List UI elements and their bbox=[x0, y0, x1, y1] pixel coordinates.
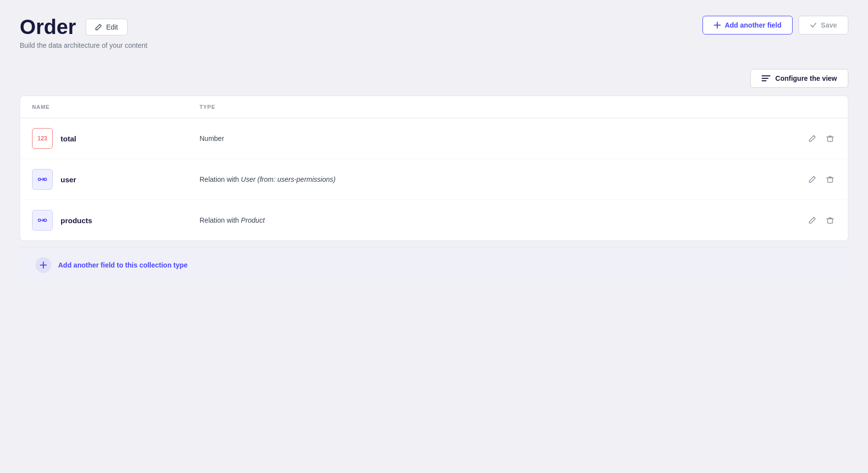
field-name-products: products bbox=[61, 216, 92, 225]
trash-icon bbox=[826, 175, 834, 183]
trash-icon bbox=[826, 135, 834, 142]
field-type-user: Relation with User (from: users-permissi… bbox=[200, 175, 777, 183]
configure-view-label: Configure the view bbox=[775, 74, 837, 82]
plus-circle-icon bbox=[40, 262, 47, 269]
edit-products-button[interactable] bbox=[806, 214, 818, 226]
field-info-user: user bbox=[32, 169, 200, 190]
edit-button[interactable]: Edit bbox=[86, 19, 127, 35]
check-icon bbox=[810, 22, 817, 29]
field-name-user: user bbox=[61, 175, 76, 184]
page-header: Order Edit Build the data architecture o… bbox=[20, 16, 848, 49]
field-info-products: products bbox=[32, 210, 200, 231]
field-type-italic-products: Product bbox=[241, 216, 265, 224]
trash-icon bbox=[826, 216, 834, 224]
add-field-label: Add another field bbox=[725, 21, 781, 29]
edit-total-button[interactable] bbox=[806, 133, 818, 144]
svg-rect-6 bbox=[828, 219, 833, 223]
field-icon-relation-user bbox=[32, 169, 53, 190]
header-title-section: Order Edit Build the data architecture o… bbox=[20, 16, 147, 49]
table-row: user Relation with User (from: users-per… bbox=[20, 159, 848, 200]
add-another-field-button[interactable]: Add another field bbox=[702, 16, 793, 34]
save-label: Save bbox=[821, 21, 837, 29]
col-header-name: NAME bbox=[32, 104, 200, 110]
delete-products-button[interactable] bbox=[824, 214, 836, 226]
edit-user-button[interactable] bbox=[806, 173, 818, 185]
add-field-footer-label[interactable]: Add another field to this collection typ… bbox=[58, 261, 188, 269]
row-actions-products bbox=[777, 214, 836, 226]
field-type-total: Number bbox=[200, 135, 777, 142]
edit-label: Edit bbox=[106, 23, 118, 31]
field-icon-relation-products bbox=[32, 210, 53, 231]
field-type-products: Relation with Product bbox=[200, 216, 777, 224]
field-name-total: total bbox=[61, 135, 76, 143]
edit-icon bbox=[95, 24, 102, 31]
svg-rect-3 bbox=[828, 178, 833, 182]
page-title: Order bbox=[20, 16, 76, 38]
table-row: products Relation with Product bbox=[20, 200, 848, 240]
svg-rect-0 bbox=[828, 137, 833, 141]
configure-view-button[interactable]: Configure the view bbox=[750, 69, 848, 88]
table-header: NAME TYPE bbox=[20, 96, 848, 118]
header-actions: Add another field Save bbox=[702, 16, 848, 34]
pencil-icon bbox=[808, 175, 816, 183]
fields-table: NAME TYPE 123 total Number bbox=[20, 96, 848, 241]
plus-icon bbox=[714, 22, 721, 29]
configure-icon bbox=[762, 75, 770, 82]
row-actions-user bbox=[777, 173, 836, 185]
save-button[interactable]: Save bbox=[799, 16, 848, 34]
add-field-circle-button[interactable] bbox=[35, 257, 51, 273]
field-type-italic-user: User (from: users-permissions) bbox=[241, 175, 335, 183]
delete-user-button[interactable] bbox=[824, 173, 836, 185]
field-type-prefix-user: Relation with bbox=[200, 175, 241, 183]
relation-icon bbox=[37, 174, 47, 184]
field-icon-number: 123 bbox=[32, 128, 53, 149]
pencil-icon bbox=[808, 135, 816, 142]
pencil-icon bbox=[808, 216, 816, 224]
delete-total-button[interactable] bbox=[824, 133, 836, 144]
table-row: 123 total Number bbox=[20, 118, 848, 159]
configure-bar: Configure the view bbox=[20, 69, 848, 88]
field-info-total: 123 total bbox=[32, 128, 200, 149]
col-header-type: TYPE bbox=[200, 104, 777, 110]
relation-icon bbox=[37, 215, 47, 225]
add-field-footer: Add another field to this collection typ… bbox=[20, 247, 848, 283]
field-type-prefix-products: Relation with bbox=[200, 216, 241, 224]
icon-text-total: 123 bbox=[37, 135, 47, 142]
page-subtitle: Build the data architecture of your cont… bbox=[20, 41, 147, 49]
field-type-text-total: Number bbox=[200, 135, 224, 142]
row-actions-total bbox=[777, 133, 836, 144]
